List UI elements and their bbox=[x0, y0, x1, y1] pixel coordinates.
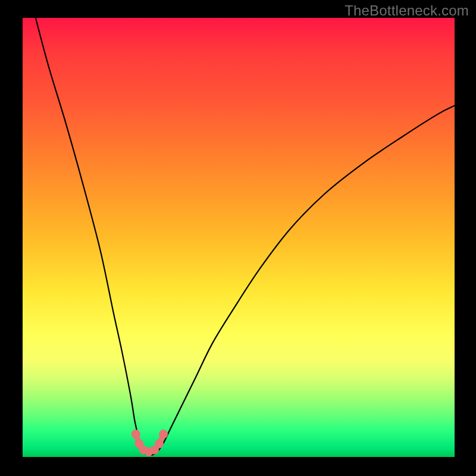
chart-frame: TheBottleneck.com bbox=[0, 0, 476, 476]
plot-background bbox=[23, 18, 455, 457]
watermark-text: TheBottleneck.com bbox=[345, 2, 469, 19]
